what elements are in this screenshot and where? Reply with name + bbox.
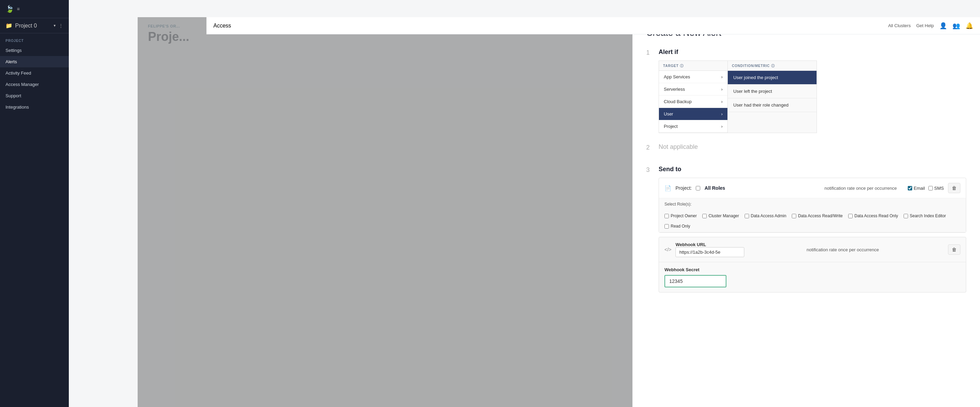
sms-item: SMS bbox=[928, 185, 944, 191]
all-roles-label[interactable]: All Roles bbox=[705, 185, 725, 191]
get-help-link[interactable]: Get Help bbox=[916, 23, 934, 28]
email-sms-group: Email SMS bbox=[908, 185, 944, 191]
target-item-app-services[interactable]: App Services › bbox=[659, 71, 727, 83]
sidebar-item-activity-feed[interactable]: Activity Feed bbox=[0, 67, 69, 79]
sms-checkbox[interactable] bbox=[928, 186, 933, 190]
role-project-owner-checkbox[interactable] bbox=[665, 214, 669, 218]
role-label[interactable]: Data Access Admin bbox=[751, 214, 786, 218]
role-data-access-readonly: Data Access Read Only bbox=[848, 214, 898, 218]
project-send-card: 📄 Project: All Roles notification rate o… bbox=[659, 178, 966, 233]
role-label[interactable]: Project Owner bbox=[671, 214, 697, 218]
condition-label: User left the project bbox=[733, 89, 772, 94]
sidebar-item-integrations[interactable]: Integrations bbox=[0, 101, 69, 113]
bell-icon[interactable]: 🔔 bbox=[966, 22, 973, 30]
project-row: 📄 Project: All Roles notification rate o… bbox=[659, 178, 966, 198]
step-3-title: Send to bbox=[659, 166, 966, 173]
condition-user-left[interactable]: User left the project bbox=[728, 85, 816, 98]
sidebar-item-access-manager[interactable]: Access Manager bbox=[0, 79, 69, 90]
webhook-url-input[interactable] bbox=[676, 247, 744, 257]
target-item-cloud-backup[interactable]: Cloud Backup › bbox=[659, 95, 727, 108]
sidebar-section-label: PROJECT bbox=[0, 33, 69, 45]
all-roles-checkbox[interactable] bbox=[696, 186, 700, 190]
role-project-owner: Project Owner bbox=[665, 214, 697, 218]
step-2-title: Not applicable bbox=[659, 143, 966, 150]
chevron-right-icon: › bbox=[721, 74, 722, 79]
user-add-icon[interactable]: 👤 bbox=[939, 22, 947, 30]
more-icon[interactable]: ⋮ bbox=[59, 23, 63, 29]
sidebar-item-support[interactable]: Support bbox=[0, 90, 69, 101]
role-label[interactable]: Cluster Manager bbox=[708, 214, 739, 218]
all-clusters-link[interactable]: All Clusters bbox=[888, 23, 911, 28]
webhook-secret-input[interactable] bbox=[665, 275, 726, 287]
target-label: App Services bbox=[664, 74, 690, 79]
email-label[interactable]: Email bbox=[913, 185, 925, 191]
step-2: 2 Not applicable bbox=[646, 143, 966, 155]
sidebar-item-label: Alerts bbox=[5, 59, 17, 64]
role-read-only: Read Only bbox=[665, 224, 690, 229]
webhook-card: </> Webhook URL notification rate once p… bbox=[659, 237, 966, 293]
role-label[interactable]: Read Only bbox=[671, 224, 690, 229]
project-name: Project 0 bbox=[15, 23, 37, 29]
chevron-right-icon: › bbox=[721, 99, 722, 104]
target-label: User bbox=[664, 111, 673, 117]
target-header: TARGET ⓘ bbox=[659, 61, 727, 71]
role-search-index-editor-checkbox[interactable] bbox=[904, 214, 908, 218]
chevron-right-icon: › bbox=[721, 111, 722, 117]
condition-user-role-changed[interactable]: User had their role changed bbox=[728, 98, 816, 112]
delete-webhook-button[interactable]: 🗑 bbox=[948, 244, 960, 255]
role-cluster-manager-checkbox[interactable] bbox=[702, 214, 707, 218]
target-item-serverless[interactable]: Serverless › bbox=[659, 83, 727, 95]
step-1-number: 1 bbox=[646, 49, 653, 133]
sidebar: 🍃 ≡ 📁 Project 0 ▾ ⋮ PROJECT Settings Ale… bbox=[0, 0, 69, 407]
notification-rate: notification rate once per occurrence bbox=[824, 185, 897, 191]
webhook-body: Webhook Secret bbox=[659, 262, 966, 292]
role-label[interactable]: Data Access Read/Write bbox=[798, 214, 843, 218]
role-cluster-manager: Cluster Manager bbox=[702, 214, 739, 218]
step-1-title: Alert if bbox=[659, 49, 966, 56]
sidebar-item-alerts[interactable]: Alerts bbox=[0, 56, 69, 67]
webhook-notification-rate: notification rate once per occurrence bbox=[807, 247, 879, 252]
project-label: Project: bbox=[676, 185, 692, 191]
project-selector[interactable]: 📁 Project 0 ▾ ⋮ bbox=[0, 18, 69, 33]
role-label[interactable]: Search Index Editor bbox=[910, 214, 946, 218]
role-search-index-editor: Search Index Editor bbox=[904, 214, 946, 218]
condition-label: User had their role changed bbox=[733, 103, 788, 108]
sidebar-tab-icon: ≡ bbox=[17, 6, 20, 12]
target-item-project[interactable]: Project › bbox=[659, 120, 727, 133]
role-data-access-readwrite: Data Access Read/Write bbox=[792, 214, 843, 218]
target-label: Cloud Backup bbox=[664, 99, 692, 104]
top-nav: Access All Clusters Get Help 👤 👥 🔔 bbox=[207, 17, 980, 34]
email-checkbox[interactable] bbox=[908, 186, 912, 190]
code-icon: </> bbox=[665, 247, 671, 252]
topnav-brand: Access bbox=[213, 23, 231, 29]
step-1: 1 Alert if TARGET ⓘ App Services › Serve… bbox=[646, 49, 966, 133]
delete-project-button[interactable]: 🗑 bbox=[948, 183, 960, 193]
webhook-header-row: </> Webhook URL notification rate once p… bbox=[659, 237, 966, 262]
target-label: Project bbox=[664, 124, 678, 129]
sidebar-item-label: Support bbox=[5, 93, 21, 98]
role-data-access-admin-checkbox[interactable] bbox=[745, 214, 749, 218]
sidebar-item-settings[interactable]: Settings bbox=[0, 45, 69, 56]
webhook-url-label: Webhook URL bbox=[676, 242, 744, 247]
role-data-access-readwrite-checkbox[interactable] bbox=[792, 214, 796, 218]
sidebar-item-label: Access Manager bbox=[5, 82, 39, 87]
step-2-number: 2 bbox=[646, 144, 653, 155]
sms-label[interactable]: SMS bbox=[934, 185, 944, 191]
condition-header: CONDITION/METRIC ⓘ bbox=[728, 61, 816, 71]
sidebar-item-label: Integrations bbox=[5, 105, 29, 110]
condition-label: User joined the project bbox=[733, 75, 778, 80]
condition-user-joined[interactable]: User joined the project bbox=[728, 71, 816, 85]
sidebar-item-label: Activity Feed bbox=[5, 70, 31, 76]
email-item: Email bbox=[908, 185, 925, 191]
target-item-user[interactable]: User › bbox=[659, 108, 727, 120]
step-3-content: Send to 📄 Project: All Roles notificatio… bbox=[659, 166, 966, 293]
chevron-right-icon: › bbox=[721, 87, 722, 92]
role-read-only-checkbox[interactable] bbox=[665, 224, 669, 229]
role-label[interactable]: Data Access Read Only bbox=[854, 214, 898, 218]
target-column: TARGET ⓘ App Services › Serverless › Clo… bbox=[659, 60, 727, 133]
roles-row: Select Role(s): Project Owner Cluster Ma… bbox=[659, 198, 966, 232]
role-data-access-readonly-checkbox[interactable] bbox=[848, 214, 853, 218]
document-icon: 📄 bbox=[665, 185, 671, 192]
target-condition-container: TARGET ⓘ App Services › Serverless › Clo… bbox=[659, 60, 966, 133]
users-icon[interactable]: 👥 bbox=[953, 22, 960, 30]
